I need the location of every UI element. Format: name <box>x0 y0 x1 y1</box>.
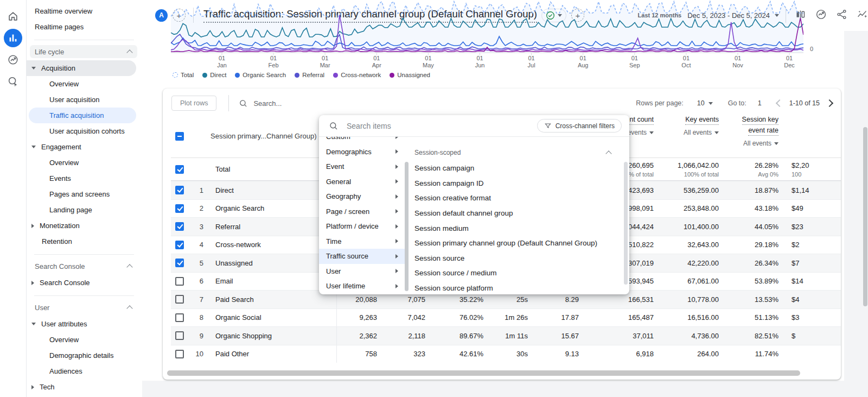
col-header-key-events[interactable]: Key eventsAll events <box>661 111 726 136</box>
engagement-rate-value: 89.67% <box>433 332 491 340</box>
row-checkbox[interactable] <box>175 331 184 340</box>
sidebar-section-user[interactable]: User <box>30 301 137 314</box>
goto-page-input[interactable]: 1 <box>758 99 762 107</box>
dimension-item-session-primary-channel-group-default-channel-group[interactable]: Session primary channel group (Default C… <box>411 236 621 251</box>
key-events-events-select[interactable]: All events <box>684 129 712 136</box>
dimension-item-session-campaign-id[interactable]: Session campaign ID <box>411 176 621 191</box>
sidebar-item-retention[interactable]: Retention <box>27 234 142 249</box>
legend-item-referral[interactable]: Referral <box>295 72 324 78</box>
category-user[interactable]: User <box>319 264 405 279</box>
analytics-intelligence-icon[interactable] <box>857 9 868 22</box>
row-checkbox[interactable] <box>175 204 184 213</box>
dimension-item-session-source[interactable]: Session source <box>411 251 621 266</box>
sidebar-item-overview[interactable]: Overview <box>27 332 142 348</box>
category-traffic-source[interactable]: Traffic source <box>319 249 405 264</box>
category-user-lifetime[interactable]: User lifetime <box>319 279 405 294</box>
row-checkbox[interactable] <box>175 186 184 194</box>
category-event[interactable]: Event <box>319 159 405 174</box>
chevron-down-icon[interactable] <box>774 142 778 145</box>
plot-rows-button[interactable]: Plot rows <box>171 96 216 111</box>
reports-icon[interactable] <box>0 27 26 49</box>
rows-per-page-select[interactable]: 10 <box>697 99 705 107</box>
share-icon[interactable] <box>836 9 847 22</box>
sidebar-item-user-attributes[interactable]: User attributes <box>27 316 142 332</box>
previous-page-icon[interactable] <box>776 99 783 107</box>
next-page-icon[interactable] <box>826 99 833 107</box>
sidebar-item-monetization[interactable]: Monetization <box>27 218 142 234</box>
legend-item-organic-search[interactable]: Organic Search <box>235 72 286 78</box>
sidebar-item-pages-and-screens[interactable]: Pages and screens <box>27 186 142 202</box>
col-header-total-revenue[interactable] <box>786 111 841 116</box>
sidebar-item-audiences[interactable]: Audiences <box>27 363 142 379</box>
row-checkbox[interactable] <box>175 313 184 322</box>
event-count-value: 6,918 <box>586 350 661 358</box>
sidebar-item-label: Tech <box>40 383 54 391</box>
category-platform-device[interactable]: Platform / device <box>319 219 405 234</box>
dimension-item-session-source-medium[interactable]: Session source / medium <box>411 266 621 281</box>
sidebar-item-acquisition[interactable]: Acquisition <box>27 60 136 76</box>
category-demographics[interactable]: Demographics <box>319 144 405 160</box>
sidebar-item-user-acquisition[interactable]: User acquisition <box>27 92 142 108</box>
chevron-down-icon[interactable] <box>714 131 719 134</box>
legend-item-direct[interactable]: Direct <box>202 72 226 78</box>
avatar[interactable]: A <box>155 9 168 22</box>
sidebar-item-engagement[interactable]: Engagement <box>27 139 142 155</box>
sidebar-item-realtime-overview[interactable]: Realtime overview <box>27 3 142 19</box>
horizontal-scrollbar[interactable] <box>167 370 800 376</box>
row-checkbox[interactable] <box>175 259 184 267</box>
category-general[interactable]: General <box>319 174 405 190</box>
row-checkbox[interactable] <box>175 241 184 249</box>
legend-item-unassigned[interactable]: Unassigned <box>390 72 430 78</box>
sidebar-item-landing-page[interactable]: Landing page <box>27 202 142 218</box>
sidebar-item-events[interactable]: Events <box>27 171 142 186</box>
row-checkbox[interactable] <box>175 350 184 358</box>
home-icon[interactable] <box>0 5 26 27</box>
sidebar-item-search-console[interactable]: Search Console <box>27 275 142 291</box>
events-per-session-value: 15.67 <box>535 332 586 340</box>
sidebar-item-label: Overview <box>49 159 79 167</box>
advertising-icon[interactable] <box>0 49 26 71</box>
dimension-header-button[interactable]: Session primary...Channel Group) <box>210 132 317 140</box>
chevron-down-icon[interactable] <box>709 102 713 105</box>
sidebar-item-traffic-acquisition[interactable]: Traffic acquisition <box>29 108 136 123</box>
table-search-input[interactable]: Search... <box>253 99 282 108</box>
page-vertical-scrollbar[interactable] <box>863 127 867 306</box>
sidebar-section-search-console[interactable]: Search Console <box>30 260 137 273</box>
insights-icon[interactable] <box>815 9 827 22</box>
row-checkbox[interactable] <box>175 277 184 286</box>
session-scoped-section-header[interactable]: Session-scoped <box>411 137 621 161</box>
row-rank: 1 <box>189 186 203 194</box>
items-scrollbar[interactable] <box>624 162 628 285</box>
cross-channel-filters-chip[interactable]: Cross-channel filters <box>537 119 622 133</box>
sidebar-item-user-acquisition-cohorts[interactable]: User acquisition cohorts <box>27 123 142 139</box>
row-checkbox[interactable] <box>175 165 184 174</box>
dimension-item-session-source-platform[interactable]: Session source platform <box>411 281 621 294</box>
select-all-checkbox[interactable] <box>175 132 184 141</box>
dimension-item-session-default-channel-group[interactable]: Session default channel group <box>411 206 621 221</box>
categories-scrollbar[interactable] <box>405 162 409 291</box>
explore-icon[interactable] <box>0 71 26 92</box>
chevron-up-icon <box>126 305 132 311</box>
table-row-organic-shopping: 9Organic Shopping2,3622,11889.67%1m 11s1… <box>171 326 841 345</box>
dimension-item-session-campaign[interactable]: Session campaign <box>411 161 621 176</box>
sidebar-item-tech[interactable]: Tech <box>27 379 142 395</box>
dimension-item-session-creative-format[interactable]: Session creative format <box>411 191 621 206</box>
popup-search-input[interactable]: Search items <box>347 122 391 130</box>
sidebar-item-overview[interactable]: Overview <box>27 155 142 171</box>
sidebar-section-life-cycle[interactable]: Life cycle <box>30 45 137 58</box>
row-checkbox[interactable] <box>175 222 184 231</box>
category-time[interactable]: Time <box>319 234 405 249</box>
sidebar-item-realtime-pages[interactable]: Realtime pages <box>27 19 142 35</box>
col-header-session-key-event-rate[interactable]: Session keyevent rateAll events <box>726 111 786 147</box>
dimension-item-session-medium[interactable]: Session medium <box>411 220 621 236</box>
sidebar-item-demographic-details[interactable]: Demographic details <box>27 348 142 363</box>
rate-events-select[interactable]: All events <box>743 140 771 147</box>
chevron-down-icon[interactable] <box>649 131 654 134</box>
legend-item-total[interactable]: Total <box>173 72 194 78</box>
category-custom[interactable]: Custom <box>319 137 405 144</box>
row-checkbox[interactable] <box>175 295 184 304</box>
legend-item-cross-network[interactable]: Cross-network <box>333 72 381 78</box>
sidebar-item-overview[interactable]: Overview <box>27 76 142 92</box>
category-geography[interactable]: Geography <box>319 189 405 204</box>
category-page-screen[interactable]: Page / screen <box>319 204 405 219</box>
